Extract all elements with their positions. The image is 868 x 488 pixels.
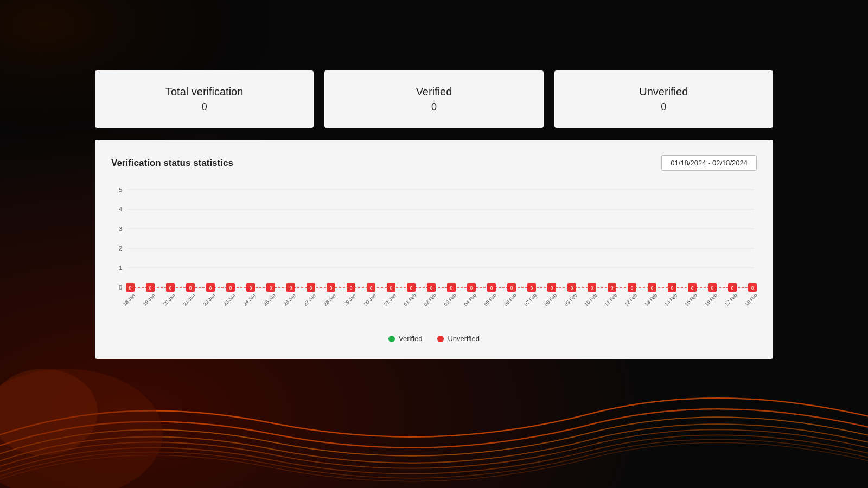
svg-text:0: 0 [289,285,292,291]
unverified-card: Unverified 0 [554,70,773,128]
svg-text:0: 0 [189,285,192,291]
svg-text:0: 0 [249,285,252,291]
svg-text:0: 0 [269,285,272,291]
svg-text:0: 0 [129,285,131,291]
svg-text:0: 0 [550,285,553,291]
svg-text:11 Feb: 11 Feb [603,292,618,307]
unverified-title: Unverified [639,86,688,98]
svg-text:0: 0 [490,285,493,291]
svg-text:23 Jan: 23 Jan [222,293,237,307]
chart-title: Verification status statistics [111,158,233,169]
svg-text:4: 4 [119,206,122,213]
svg-text:31 Jan: 31 Jan [383,293,397,307]
content-area: Total verification 0 Verified 0 Unverifi… [0,0,868,359]
svg-text:0: 0 [329,285,332,291]
svg-text:0: 0 [149,285,151,291]
date-range-badge[interactable]: 01/18/2024 - 02/18/2024 [661,155,757,171]
svg-point-2 [0,369,163,488]
svg-text:21 Jan: 21 Jan [182,293,196,307]
svg-text:0: 0 [691,285,693,291]
svg-text:0: 0 [369,285,372,291]
total-verification-card: Total verification 0 [95,70,314,128]
chart-panel: Verification status statistics 01/18/202… [95,140,773,359]
total-verification-title: Total verification [165,86,243,98]
summary-cards: Total verification 0 Verified 0 Unverifi… [95,70,773,128]
legend-unverified: Unverified [437,335,480,343]
svg-text:24 Jan: 24 Jan [242,293,257,307]
svg-text:08 Feb: 08 Feb [543,292,558,307]
svg-text:3: 3 [119,226,122,232]
svg-text:0: 0 [349,285,352,291]
svg-text:06 Feb: 06 Feb [503,292,518,307]
svg-text:0: 0 [209,285,212,291]
svg-text:09 Feb: 09 Feb [563,292,578,307]
svg-text:07 Feb: 07 Feb [523,292,538,307]
chart-legend: Verified Unverified [111,335,757,343]
verified-title: Verified [416,86,452,98]
chart-container: .axis-label { font-size: 11px; fill: #55… [111,182,757,325]
svg-text:02 Feb: 02 Feb [423,292,437,307]
svg-text:0: 0 [630,285,633,291]
verified-card: Verified 0 [324,70,543,128]
svg-text:01 Feb: 01 Feb [403,292,417,307]
svg-text:0: 0 [229,285,232,291]
svg-text:0: 0 [309,285,312,291]
svg-text:10 Feb: 10 Feb [583,292,598,307]
svg-text:18 Feb: 18 Feb [744,292,757,307]
unverified-value: 0 [661,101,666,113]
svg-text:16 Feb: 16 Feb [704,292,718,307]
unverified-legend-dot [437,336,444,342]
svg-text:0: 0 [470,285,473,291]
svg-text:0: 0 [510,285,513,291]
svg-text:0: 0 [610,285,613,291]
total-verification-value: 0 [202,101,207,113]
verified-legend-label: Verified [399,335,422,343]
svg-text:0: 0 [169,285,171,291]
svg-text:0: 0 [450,285,452,291]
svg-text:19 Jan: 19 Jan [142,293,156,307]
svg-text:0: 0 [530,285,533,291]
verified-value: 0 [431,101,437,113]
svg-text:29 Jan: 29 Jan [343,293,357,307]
svg-text:04 Feb: 04 Feb [463,292,477,307]
svg-text:20 Jan: 20 Jan [162,293,176,307]
svg-text:2: 2 [119,245,122,252]
chart-header: Verification status statistics 01/18/202… [111,155,757,171]
unverified-legend-label: Unverified [448,335,480,343]
svg-text:13 Feb: 13 Feb [643,292,658,307]
svg-text:0: 0 [410,285,412,291]
svg-text:0: 0 [751,285,754,291]
svg-text:0: 0 [711,285,713,291]
svg-text:0: 0 [671,285,673,291]
verified-legend-dot [388,336,395,342]
svg-text:17 Feb: 17 Feb [724,292,738,307]
svg-text:0: 0 [570,285,573,291]
svg-text:5: 5 [119,187,122,193]
svg-text:14 Feb: 14 Feb [663,292,678,307]
legend-verified: Verified [388,335,422,343]
chart-svg: .axis-label { font-size: 11px; fill: #55… [111,182,757,323]
svg-text:0: 0 [590,285,593,291]
svg-text:0: 0 [650,285,653,291]
svg-text:27 Jan: 27 Jan [303,293,317,307]
svg-text:0: 0 [119,284,122,291]
svg-text:15 Feb: 15 Feb [684,292,698,307]
svg-text:05 Feb: 05 Feb [483,292,497,307]
svg-text:30 Jan: 30 Jan [363,293,377,307]
svg-text:0: 0 [731,285,733,291]
svg-text:12 Feb: 12 Feb [623,292,638,307]
svg-text:18 Jan: 18 Jan [122,293,136,307]
svg-text:28 Jan: 28 Jan [323,293,337,307]
svg-point-3 [0,369,98,455]
svg-text:22 Jan: 22 Jan [202,293,216,307]
svg-text:25 Jan: 25 Jan [263,293,277,307]
svg-text:03 Feb: 03 Feb [443,292,457,307]
svg-text:26 Jan: 26 Jan [283,293,297,307]
svg-text:0: 0 [390,285,392,291]
svg-text:0: 0 [430,285,432,291]
svg-text:1: 1 [119,265,122,271]
